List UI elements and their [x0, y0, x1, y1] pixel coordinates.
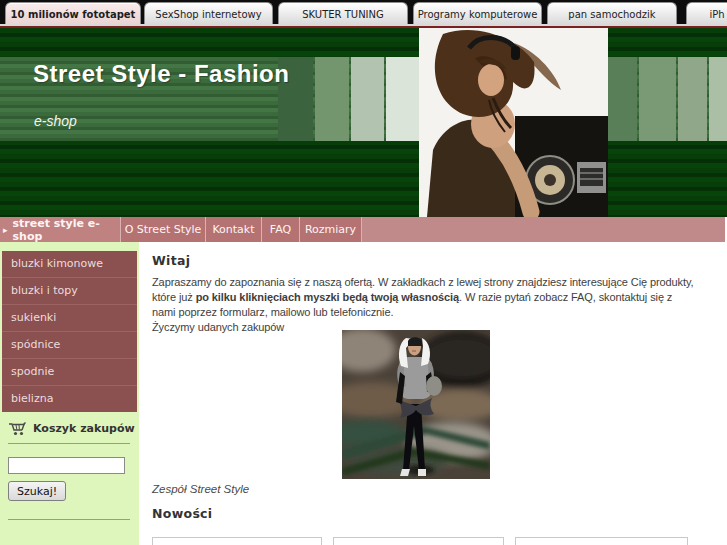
product-box — [152, 537, 322, 545]
sidebar-divider — [8, 443, 130, 444]
intro-line3: nami poprzez formularz, mailowo lub tele… — [152, 306, 393, 318]
search-input[interactable] — [8, 457, 125, 474]
band-block — [639, 57, 676, 141]
main-content: Witaj Zapraszamy do zapoznania się z nas… — [139, 242, 727, 545]
cart-link[interactable]: Koszyk zakupów — [8, 421, 135, 436]
model-photo — [342, 330, 490, 479]
band-block — [678, 57, 707, 141]
nav-item-faq[interactable]: FAQ — [261, 217, 299, 242]
band-block — [608, 57, 637, 141]
band-block — [709, 57, 727, 141]
nav-item-rozmiary[interactable]: Rozmiary — [299, 217, 361, 242]
product-box — [333, 537, 504, 545]
toptab-fototapety[interactable]: 10 milionów fototapet — [5, 2, 141, 25]
site-title: Street Style - Fashion — [33, 60, 289, 88]
nav-home-label: street style e-shop — [13, 217, 120, 243]
nav-item-o-street-style[interactable]: O Street Style — [120, 217, 205, 242]
intro-line4: Życzymy udanych zakupów — [152, 321, 284, 333]
toptab-iphone-cut[interactable]: iPh — [686, 2, 727, 25]
sidebar-item-bluzki-kimonowe[interactable]: bluzki kimonowe — [2, 251, 137, 277]
nav-item-kontakt[interactable]: Kontakt — [205, 217, 261, 242]
toptab-skuter[interactable]: SKUTER TUNING — [278, 2, 408, 25]
news-heading: Nowości — [152, 506, 212, 521]
sidebar-item-bluzki-i-topy[interactable]: bluzki i topy — [2, 277, 137, 304]
toptab-samochodzik[interactable]: pan samochodzik — [547, 2, 677, 25]
page: 10 milionów fototapet SexShop internetow… — [0, 0, 727, 545]
intro-line2-post: . W razie pytań zobacz FAQ, skontaktuj s… — [459, 291, 672, 303]
band-block — [386, 57, 420, 141]
cart-label: Koszyk zakupów — [33, 422, 135, 435]
band-block — [315, 57, 349, 141]
toptab-sexshop[interactable]: SexShop internetowy — [144, 2, 273, 25]
welcome-heading: Witaj — [152, 253, 190, 268]
category-menu: bluzki kimonowe bluzki i topy sukienki s… — [2, 251, 137, 412]
nav-filler — [361, 217, 725, 242]
arrow-icon: ▸ — [3, 225, 8, 235]
top-tab-bar: 10 milionów fototapet SexShop internetow… — [0, 0, 727, 26]
nav-home[interactable]: ▸ street style e-shop — [0, 217, 120, 242]
sidebar-item-spodnice[interactable]: spódnice — [2, 331, 137, 358]
sidebar-divider — [8, 519, 130, 520]
header-photo — [419, 28, 608, 217]
intro-line1: Zapraszamy do zapoznania się z naszą ofe… — [152, 276, 694, 288]
toptab-programy[interactable]: Programy komputerowe — [413, 2, 542, 25]
band-block — [351, 57, 384, 141]
sidebar-item-bielizna[interactable]: bielizna — [2, 385, 137, 412]
site-subtitle: e-shop — [34, 113, 77, 129]
header: Street Style - Fashion e-shop — [0, 28, 727, 217]
sidebar-item-sukienki[interactable]: sukienki — [2, 304, 137, 331]
signature-text: Zespół Street Style — [152, 483, 249, 495]
cart-icon — [8, 421, 27, 436]
intro-line2-bold: po kilku kliknięciach myszki będą twoją … — [196, 291, 459, 303]
sidebar-item-spodnie[interactable]: spodnie — [2, 358, 137, 385]
search-button[interactable]: Szukaj! — [8, 481, 66, 501]
intro-line2-pre: które już — [152, 291, 196, 303]
main-nav: ▸ street style e-shop O Street Style Kon… — [0, 217, 725, 242]
sidebar: bluzki kimonowe bluzki i topy sukienki s… — [0, 242, 139, 545]
intro-paragraph: Zapraszamy do zapoznania się z naszą ofe… — [152, 275, 704, 335]
product-box — [515, 537, 688, 545]
